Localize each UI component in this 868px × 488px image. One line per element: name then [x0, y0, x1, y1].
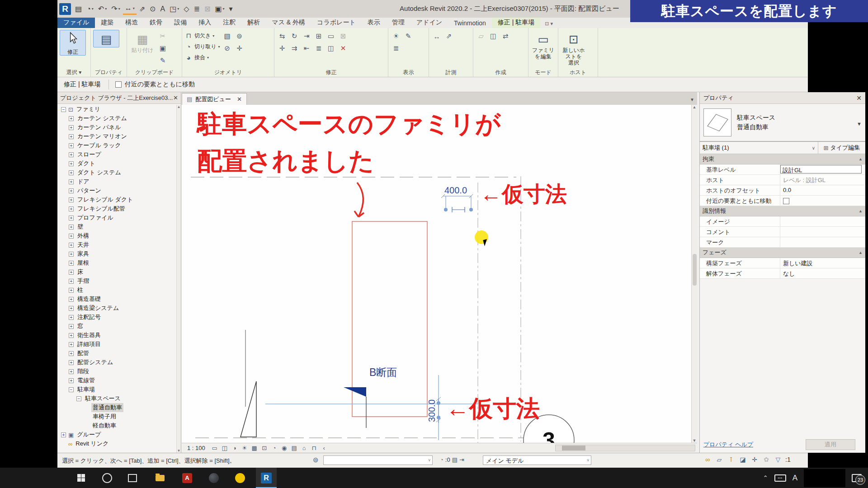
aligned-dimension-icon[interactable]: ⇗	[137, 3, 147, 15]
move-with-nearby-checkbox[interactable]	[115, 81, 122, 88]
tab-ribbon-14[interactable]: 修正 | 駐車場	[492, 18, 540, 28]
design-options-icon[interactable]: ◔	[440, 456, 443, 463]
section-header-1[interactable]: 識別情報▲	[700, 206, 865, 216]
crop-view-icon[interactable]: ⊡	[259, 445, 269, 451]
value-input[interactable]: 設計GL	[780, 165, 862, 174]
inactive-icon[interactable]: ⊠	[203, 3, 212, 15]
expand-icon[interactable]: +	[69, 288, 74, 293]
delete-icon[interactable]: ✕	[338, 43, 349, 54]
tab-ribbon-10[interactable]: 表示	[362, 18, 386, 28]
value-checkbox[interactable]	[783, 198, 789, 204]
expand-icon[interactable]: +	[69, 369, 74, 374]
recorder-icon[interactable]	[230, 468, 250, 488]
expand-icon[interactable]: +	[69, 116, 74, 121]
tree-item-28[interactable]: +配管システム	[57, 358, 176, 367]
align-icon[interactable]: ⇆	[277, 31, 288, 42]
tree-item-1[interactable]: +カーテン システム	[57, 114, 176, 123]
expand-icon[interactable]: +	[69, 179, 74, 184]
active-model-icon[interactable]: ⇥	[459, 456, 464, 463]
property-value[interactable]	[780, 216, 865, 226]
expand-icon[interactable]: +	[69, 378, 74, 383]
tree-item-24[interactable]: +窓	[57, 322, 176, 331]
file-explorer-icon[interactable]	[150, 468, 170, 488]
tree-item-20[interactable]: +柱	[57, 286, 176, 295]
drawing-area[interactable]: B断面 400.0 300.0 3 駐車	[182, 105, 691, 443]
select-links-icon[interactable]: ∞	[703, 456, 712, 463]
pin-icon[interactable]: ⊠	[338, 31, 349, 42]
tree-item-26[interactable]: +詳細項目	[57, 340, 176, 349]
chevron-down-icon[interactable]: ▼	[857, 121, 862, 127]
tab-ribbon-11[interactable]: 管理	[386, 18, 410, 28]
expand-icon[interactable]: +	[69, 197, 74, 202]
tree-item-2[interactable]: +カーテン パネル	[57, 123, 176, 132]
properties-help-link[interactable]: プロパティ ヘルプ	[703, 441, 753, 449]
tree-item-35[interactable]: 軽自動車	[57, 421, 176, 430]
touch-keyboard-icon[interactable]: ▪▪▪	[774, 474, 786, 482]
property-value[interactable]: レベル : 設計GL	[780, 175, 865, 185]
expand-icon[interactable]: +	[69, 297, 74, 302]
active-design-option-dropdown[interactable]: メイン モデル ∨	[483, 455, 591, 465]
project-browser-scrollbar[interactable]: ▲▼	[176, 105, 181, 453]
tab-ribbon-1[interactable]: 建築	[95, 18, 119, 28]
expand-icon[interactable]: +	[69, 306, 74, 311]
tree-item-16[interactable]: +家具	[57, 249, 176, 258]
section-label[interactable]: B断面	[369, 366, 397, 378]
default-3d-view-icon[interactable]: ◳▾	[168, 3, 181, 15]
tree-item-17[interactable]: +屋根	[57, 258, 176, 267]
worksets-icon[interactable]: ⊚	[313, 456, 319, 464]
apply-button[interactable]: 適用	[806, 439, 855, 450]
paste-button[interactable]: ▦貼り付け	[129, 30, 156, 54]
unjoin-icon[interactable]: ⊘	[222, 43, 233, 54]
acrobat-icon[interactable]: A	[177, 468, 198, 488]
collapse-icon[interactable]: ‹	[319, 445, 329, 451]
scale-icon[interactable]: ◫	[326, 43, 336, 54]
collapse-icon[interactable]: ▲	[859, 157, 863, 161]
gear-icon[interactable]: ✿	[762, 456, 771, 463]
collapse-icon[interactable]: −	[69, 387, 74, 392]
cut-icon[interactable]: ✂	[157, 31, 168, 42]
project-browser-header[interactable]: プロジェクト ブラウザ - 二上Exercise03... ✕	[57, 92, 181, 104]
view-tab[interactable]: ▤ 配置図ビュー ✕	[182, 93, 247, 105]
properties-header[interactable]: プロパティ ✕	[700, 92, 865, 104]
copy-modify-icon[interactable]: ⇉	[289, 43, 300, 54]
hidden-icons-chevron[interactable]: ⌃	[763, 474, 768, 481]
split-icon[interactable]: ▭	[326, 31, 336, 42]
tree-item-33[interactable]: 普通自動車	[57, 403, 176, 412]
tree-item-36[interactable]: +▣グループ	[57, 430, 176, 439]
dimension-icon[interactable]: ⇗	[443, 31, 454, 42]
task-view-button[interactable]	[122, 468, 143, 488]
edit-family-button[interactable]: ▭ファミリ を編集	[531, 30, 556, 60]
tab-ribbon-6[interactable]: 注釈	[217, 18, 241, 28]
tree-item-32[interactable]: −駐車スペース	[57, 394, 176, 403]
expand-icon[interactable]: +	[69, 206, 74, 211]
scale-button[interactable]: 1 : 100	[182, 445, 210, 451]
shadows-icon[interactable]: ▩	[250, 445, 259, 451]
tree-item-8[interactable]: +ドア	[57, 177, 176, 186]
ribbon-display-options-icon[interactable]: ⊡ ▾	[545, 21, 553, 28]
property-value[interactable]: 0.0	[780, 185, 865, 195]
search-button[interactable]	[97, 468, 118, 488]
expand-icon[interactable]: +	[69, 252, 74, 257]
tree-item-7[interactable]: +ダクト システム	[57, 168, 176, 177]
expand-icon[interactable]: +	[69, 342, 74, 347]
close-icon[interactable]: ✕	[856, 94, 862, 102]
select-by-face-icon[interactable]: ◪	[738, 456, 747, 463]
cut-geometry-button[interactable]: ◔切り取り▾	[184, 42, 220, 52]
tab-ribbon-5[interactable]: 挿入	[193, 18, 217, 28]
property-value[interactable]: 新しい建設	[780, 258, 865, 268]
tree-item-11[interactable]: +フレキシブル配管	[57, 204, 176, 213]
browser-icon[interactable]	[203, 468, 224, 488]
join-button[interactable]: ◕接合▾	[184, 52, 220, 62]
expand-icon[interactable]: +	[69, 170, 74, 175]
tree-item-5[interactable]: +スロープ	[57, 150, 176, 159]
modify-cursor-button[interactable]: 修正	[60, 30, 86, 56]
undo-icon[interactable]: ↶▾	[96, 3, 108, 15]
cope-button[interactable]: ⊓切欠き▾	[184, 31, 220, 41]
tree-item-13[interactable]: +壁	[57, 222, 176, 231]
demolish-icon[interactable]: ✛	[234, 43, 245, 54]
close-icon[interactable]: ✕	[173, 94, 178, 101]
tree-item-29[interactable]: +階段	[57, 367, 176, 376]
array-icon[interactable]: ≣	[313, 43, 324, 54]
customize-qat-icon[interactable]: ▾	[227, 3, 235, 15]
create-group-icon[interactable]: ▱	[476, 31, 486, 42]
